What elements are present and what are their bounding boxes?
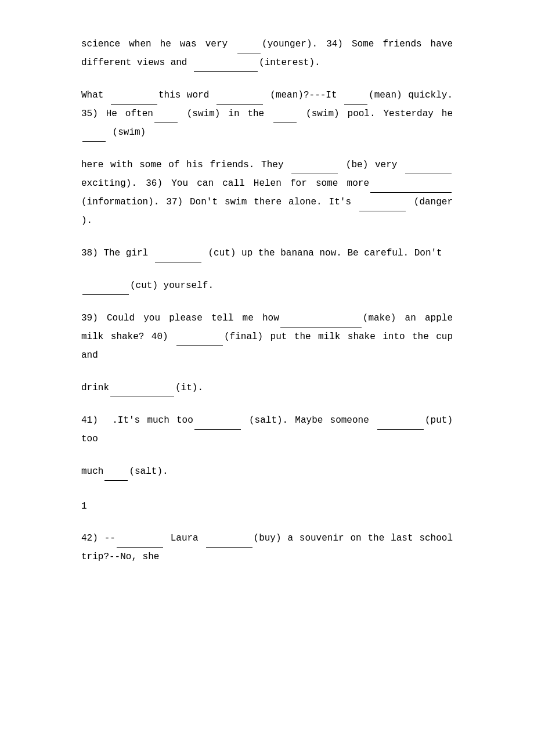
blank-mean-2 xyxy=(344,104,367,105)
blank-interest-34 xyxy=(194,71,258,72)
paragraph-2-text: What this word (mean)?---It (mean) quick… xyxy=(81,86,453,142)
blank-swim-2 xyxy=(273,123,297,123)
blank-exciting xyxy=(405,174,452,174)
blank-did xyxy=(117,547,163,548)
paragraph-3: here with some of his friends. They (be)… xyxy=(81,156,453,230)
blank-younger-33 xyxy=(237,53,261,53)
blank-make xyxy=(280,327,362,327)
paragraph-5-text: (cut) yourself. xyxy=(81,276,453,295)
blank-cut-1 xyxy=(155,262,201,262)
paragraph-8-text: 41) .It's much too (salt). Maybe someone… xyxy=(81,411,453,448)
paragraph-9-text: much(salt). xyxy=(81,462,453,481)
paragraph-8: 41) .It's much too (salt). Maybe someone… xyxy=(81,411,453,448)
paragraph-1-text: science when he was very (younger). 34) … xyxy=(81,35,453,72)
blank-buy xyxy=(206,547,252,548)
paragraph-7: drink(it). xyxy=(81,379,453,397)
blank-what xyxy=(111,104,157,105)
blank-salt-1 xyxy=(194,429,241,430)
page-number-block: 1 xyxy=(81,498,453,515)
blank-be xyxy=(291,174,338,174)
blank-cut-2 xyxy=(82,294,129,295)
paragraph-10-text: 42) -- Laura (buy) a souvenir on the las… xyxy=(81,529,453,566)
blank-information xyxy=(370,192,452,193)
blank-swim-1 xyxy=(154,123,178,123)
blank-mean-1 xyxy=(217,104,263,105)
page-number: 1 xyxy=(81,501,87,512)
paragraph-9: much(salt). xyxy=(81,462,453,481)
blank-salt-2 xyxy=(104,480,128,481)
blank-put xyxy=(377,429,424,430)
paragraph-4-text: 38) The girl (cut) up the banana now. Be… xyxy=(81,244,453,262)
paragraph-3-text: here with some of his friends. They (be)… xyxy=(81,156,453,230)
paragraph-10: 42) -- Laura (buy) a souvenir on the las… xyxy=(81,529,453,566)
paragraph-5: (cut) yourself. xyxy=(81,276,453,295)
paragraph-4: 38) The girl (cut) up the banana now. Be… xyxy=(81,244,453,262)
paragraph-1: science when he was very (younger). 34) … xyxy=(81,35,453,72)
paragraph-6: 39) Could you please tell me how(make) a… xyxy=(81,309,453,365)
blank-it xyxy=(110,397,174,397)
paragraph-7-text: drink(it). xyxy=(81,379,453,397)
paragraph-2: What this word (mean)?---It (mean) quick… xyxy=(81,86,453,142)
paragraph-6-text: 39) Could you please tell me how(make) a… xyxy=(81,309,453,365)
blank-final xyxy=(176,345,223,346)
blank-swim-3 xyxy=(82,141,106,142)
blank-danger xyxy=(359,211,406,211)
